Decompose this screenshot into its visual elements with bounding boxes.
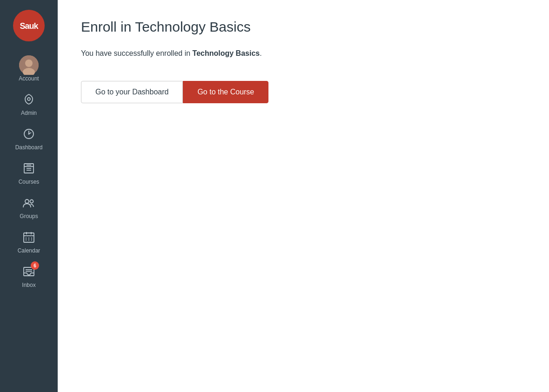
courses-label: Courses: [19, 179, 40, 185]
sidebar-item-courses[interactable]: Courses: [0, 154, 58, 189]
inbox-icon-area: 6: [20, 263, 37, 280]
groups-icon-area: [20, 194, 37, 211]
logo-area[interactable]: Sauk: [0, 0, 58, 51]
inbox-badge: 6: [31, 261, 39, 270]
svg-point-7: [28, 133, 30, 135]
admin-icon-area: [20, 91, 37, 108]
groups-icon: [22, 196, 35, 209]
admin-icon: [22, 93, 35, 106]
sidebar-item-calendar[interactable]: Calendar: [0, 223, 58, 258]
svg-text:Sauk: Sauk: [20, 21, 39, 31]
sidebar-item-admin[interactable]: Admin: [0, 86, 58, 120]
success-prefix: You have successfully enrolled in: [81, 49, 193, 57]
sauk-logo-icon: Sauk: [17, 13, 41, 38]
calendar-icon-area: [20, 229, 37, 246]
page-title: Enroll in Technology Basics: [81, 19, 526, 35]
go-to-course-button[interactable]: Go to the Course: [183, 81, 268, 103]
svg-rect-15: [24, 233, 34, 242]
account-label: Account: [19, 75, 39, 82]
svg-point-3: [25, 60, 33, 67]
svg-point-5: [27, 98, 30, 100]
sidebar-item-dashboard[interactable]: Dashboard: [0, 120, 58, 154]
success-suffix: .: [260, 49, 261, 57]
calendar-label: Calendar: [18, 247, 40, 254]
sidebar: Sauk Account Admin: [0, 0, 58, 392]
avatar: [19, 55, 39, 75]
dashboard-icon-area: [20, 126, 37, 142]
go-to-dashboard-button[interactable]: Go to your Dashboard: [81, 81, 183, 103]
main-content: Enroll in Technology Basics You have suc…: [58, 0, 549, 392]
svg-point-14: [30, 200, 33, 203]
dashboard-label: Dashboard: [15, 144, 43, 151]
account-avatar-area: [20, 57, 37, 73]
sidebar-item-groups[interactable]: Groups: [0, 189, 58, 223]
groups-label: Groups: [20, 213, 38, 219]
courses-icon: [22, 162, 35, 175]
svg-point-13: [25, 199, 29, 203]
course-name: Technology Basics: [193, 49, 260, 57]
sidebar-item-inbox[interactable]: 6 Inbox: [0, 258, 58, 292]
calendar-icon: [22, 231, 35, 244]
inbox-label: Inbox: [22, 282, 35, 288]
success-message: You have successfully enrolled in Techno…: [81, 49, 526, 58]
logo: Sauk: [13, 10, 45, 41]
admin-label: Admin: [21, 110, 37, 116]
action-buttons: Go to your Dashboard Go to the Course: [81, 81, 526, 103]
sidebar-item-account[interactable]: Account: [0, 51, 58, 86]
dashboard-icon: [22, 127, 35, 140]
courses-icon-area: [20, 160, 37, 177]
user-avatar-icon: [19, 55, 39, 75]
